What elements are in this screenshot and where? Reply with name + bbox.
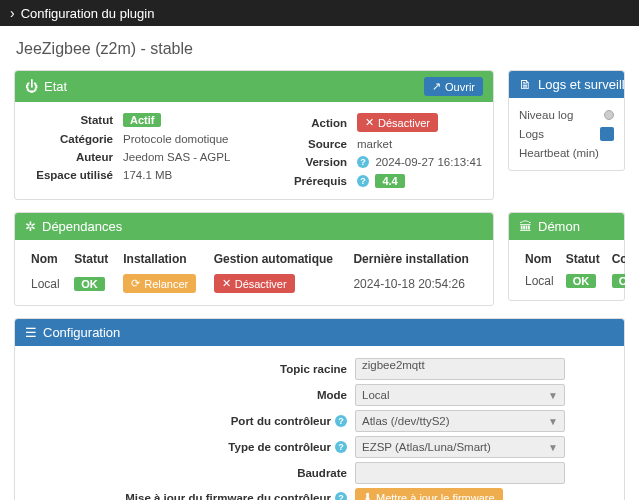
espace-value: 174.1 MB: [123, 169, 172, 181]
col-statut: Statut: [560, 248, 606, 270]
help-icon[interactable]: ?: [357, 156, 369, 168]
times-icon: ✕: [365, 116, 374, 129]
prerequis-badge: 4.4: [375, 174, 404, 188]
source-value: market: [357, 138, 392, 150]
type-ctrl-select[interactable]: EZSP (Atlas/Luna/Smart)▼: [355, 436, 565, 458]
refresh-icon: ⟳: [131, 277, 140, 290]
sliders-icon: ☰: [25, 325, 37, 340]
source-label: Source: [259, 138, 347, 150]
deps-statut-badge: OK: [74, 277, 105, 291]
topbar-title: Configuration du plugin: [21, 6, 155, 21]
chevron-right-icon: ›: [10, 5, 15, 21]
col-nom: Nom: [25, 248, 68, 270]
heartbeat-label: Heartbeat (min): [519, 147, 599, 159]
auteur-value: Jeedom SAS - AGPL: [123, 151, 230, 163]
col-config: Configuration: [606, 248, 625, 270]
statut-label: Statut: [25, 114, 113, 126]
deps-last: 2024-10-18 20:54:26: [347, 270, 483, 297]
port-ctrl-value: Atlas (/dev/ttyS2): [362, 415, 450, 427]
chevron-down-icon: ▼: [548, 390, 558, 401]
gear-icon: ✲: [25, 219, 36, 234]
statut-badge: Actif: [123, 113, 161, 127]
update-firmware-button[interactable]: ⬇Mettre à jour le firmware: [355, 488, 503, 500]
desactiver-button[interactable]: ✕Désactiver: [357, 113, 438, 132]
help-icon[interactable]: ?: [357, 175, 369, 187]
mode-label: Mode: [317, 389, 347, 401]
baud-input[interactable]: [355, 462, 565, 484]
panel-logs: 🗎 Logs et surveillance Niveau log Logs H…: [508, 70, 625, 171]
panel-logs-title: Logs et surveillance: [538, 77, 625, 92]
file-icon: 🗎: [519, 77, 532, 92]
external-link-icon: ↗: [432, 80, 441, 93]
demon-statut-badge: OK: [566, 274, 597, 288]
help-icon[interactable]: ?: [335, 415, 347, 427]
times-icon: ✕: [222, 277, 231, 290]
col-statut: Statut: [68, 248, 117, 270]
col-install: Installation: [117, 248, 207, 270]
topic-label: Topic racine: [280, 363, 347, 375]
deps-desactiver-button[interactable]: ✕Désactiver: [214, 274, 295, 293]
help-icon[interactable]: ?: [335, 492, 347, 501]
prerequis-label: Prérequis: [259, 175, 347, 187]
baud-label: Baudrate: [297, 467, 347, 479]
chevron-down-icon: ▼: [548, 442, 558, 453]
mode-select[interactable]: Local▼: [355, 384, 565, 406]
categorie-label: Catégorie: [25, 133, 113, 145]
desactiver-label: Désactiver: [378, 117, 430, 129]
help-icon[interactable]: ?: [335, 441, 347, 453]
version-label: Version: [259, 156, 347, 168]
fw-label: Mise à jour du firmware du contrôleur: [125, 492, 331, 501]
panel-configuration: ☰ Configuration Topic racine zigbee2mqtt…: [14, 318, 625, 500]
auteur-label: Auteur: [25, 151, 113, 163]
relancer-button[interactable]: ⟳Relancer: [123, 274, 196, 293]
relancer-label: Relancer: [144, 278, 188, 290]
panel-dependances: ✲ Dépendances Nom Statut Installation Ge…: [14, 212, 494, 306]
topic-input[interactable]: zigbee2mqtt: [355, 358, 565, 380]
panel-config-title: Configuration: [43, 325, 120, 340]
panel-etat-title: Etat: [44, 79, 67, 94]
type-ctrl-value: EZSP (Atlas/Luna/Smart): [362, 441, 491, 453]
col-nom: Nom: [519, 248, 560, 270]
panel-etat: ⏻ Etat ↗ Ouvrir StatutActif CatégoriePro…: [14, 70, 494, 200]
university-icon: 🏛: [519, 219, 532, 234]
espace-label: Espace utilisé: [25, 169, 113, 181]
categorie-value: Protocole domotique: [123, 133, 228, 145]
deps-nom: Local: [25, 270, 68, 297]
logs-badge[interactable]: [600, 127, 614, 141]
page-title: JeeZigbee (z2m) - stable: [16, 40, 625, 58]
open-button-label: Ouvrir: [445, 81, 475, 93]
topbar: › Configuration du plugin: [0, 0, 639, 26]
version-value: 2024-09-27 16:13:41: [375, 156, 482, 168]
demon-table: Nom Statut Configuration Local OK OK: [519, 248, 625, 292]
table-row: Local OK OK: [519, 270, 625, 292]
open-button[interactable]: ↗ Ouvrir: [424, 77, 483, 96]
table-row: Local OK ⟳Relancer ✕Désactiver 2024-10-1…: [25, 270, 483, 297]
demon-config-badge: OK: [612, 274, 625, 288]
niveau-log-label: Niveau log: [519, 109, 573, 121]
deps-table: Nom Statut Installation Gestion automati…: [25, 248, 483, 297]
action-label: Action: [259, 117, 347, 129]
port-ctrl-label: Port du contrôleur: [231, 415, 331, 427]
radio-icon[interactable]: [604, 110, 614, 120]
download-icon: ⬇: [363, 491, 372, 500]
chevron-down-icon: ▼: [548, 416, 558, 427]
logs-label: Logs: [519, 128, 544, 140]
power-icon: ⏻: [25, 79, 38, 94]
mode-value: Local: [362, 389, 390, 401]
col-last: Dernière installation: [347, 248, 483, 270]
deps-desactiver-label: Désactiver: [235, 278, 287, 290]
fw-btn-label: Mettre à jour le firmware: [376, 492, 495, 501]
panel-deps-title: Dépendances: [42, 219, 122, 234]
panel-demon: 🏛 Démon Nom Statut Configuration Local: [508, 212, 625, 301]
demon-nom: Local: [519, 270, 560, 292]
panel-demon-title: Démon: [538, 219, 580, 234]
col-auto: Gestion automatique: [208, 248, 348, 270]
type-ctrl-label: Type de contrôleur: [228, 441, 331, 453]
port-ctrl-select[interactable]: Atlas (/dev/ttyS2)▼: [355, 410, 565, 432]
